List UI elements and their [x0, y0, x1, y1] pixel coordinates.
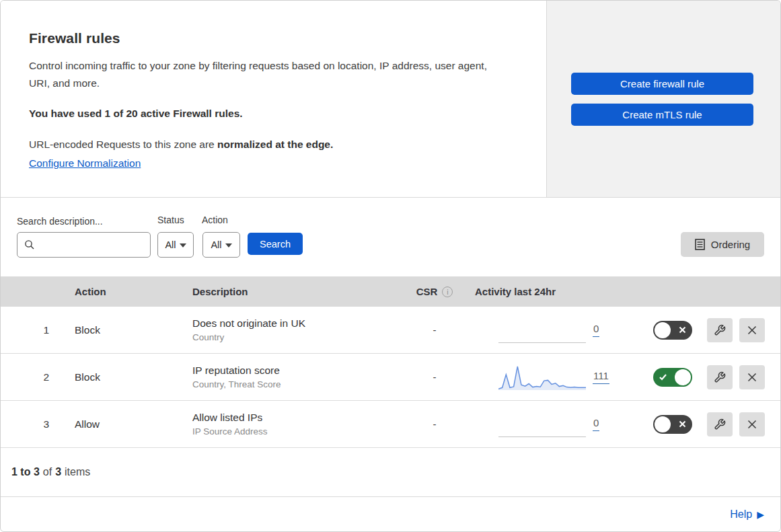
edit-rule-button[interactable] — [707, 412, 733, 436]
ordering-button-label: Ordering — [711, 239, 750, 250]
rule-fields: Country — [192, 332, 398, 342]
edit-rule-button[interactable] — [707, 365, 733, 389]
search-button[interactable]: Search — [248, 233, 303, 255]
rule-enabled-toggle[interactable] — [653, 321, 692, 340]
rule-description: Does not originate in UK — [192, 317, 398, 330]
table-row: 1 Block Does not originate in UK Country… — [1, 307, 780, 354]
edit-rule-button[interactable] — [707, 318, 733, 342]
rule-description: IP reputation score — [192, 365, 398, 377]
rule-description: Allow listed IPs — [192, 412, 398, 424]
status-filter-value: All — [165, 239, 176, 250]
search-description-label: Search description... — [17, 216, 103, 227]
rule-description-cell: Allow listed IPs IP Source Address — [179, 412, 398, 436]
rule-enabled-toggle[interactable] — [653, 368, 692, 387]
normalization-prefix: URL-encoded Requests to this zone are — [29, 139, 217, 150]
table-row: 3 Allow Allow listed IPs IP Source Addre… — [1, 401, 780, 448]
firewall-rules-card: Firewall rules Control incoming traffic … — [0, 0, 781, 532]
x-icon — [678, 420, 687, 428]
rule-csr-value: - — [433, 371, 437, 383]
activity-sparkline-flat — [498, 316, 586, 344]
help-link[interactable]: Help ▶ — [730, 508, 764, 521]
header-section: Firewall rules Control incoming traffic … — [1, 1, 780, 198]
search-input[interactable] — [39, 233, 161, 257]
rule-csr-value: - — [433, 324, 437, 336]
action-filter-dropdown[interactable]: All — [202, 232, 240, 258]
activity-column-header: Activity last 24hr — [472, 286, 593, 297]
ordering-list-icon — [695, 239, 705, 250]
of-text: of — [43, 466, 52, 478]
chevron-down-icon — [180, 243, 186, 248]
create-buttons-panel: Create firewall rule Create mTLS rule — [547, 1, 780, 197]
search-icon — [24, 239, 35, 250]
wrench-icon — [714, 418, 726, 430]
description-column-header: Description — [179, 286, 398, 297]
rules-table: Action Description CSR i Activity last 2… — [1, 276, 780, 448]
rule-action: Allow — [61, 418, 179, 430]
status-filter-label: Status — [157, 215, 184, 225]
x-icon — [747, 372, 757, 383]
action-filter-value: All — [211, 239, 221, 250]
activity-count-link[interactable]: 111 — [593, 370, 609, 384]
help-bar: Help ▶ — [1, 497, 780, 531]
filter-bar: Search description... Status All Action … — [1, 198, 780, 276]
action-filter-label: Action — [202, 215, 228, 225]
rule-fields: Country, Threat Score — [192, 379, 398, 389]
rule-priority: 1 — [43, 324, 61, 336]
rule-description-cell: IP reputation score Country, Threat Scor… — [179, 365, 398, 389]
items-total: 3 — [55, 466, 61, 478]
rule-description-cell: Does not originate in UK Country — [179, 317, 398, 342]
action-column-header: Action — [61, 286, 179, 297]
normalization-bold: normalized at the edge. — [217, 139, 333, 150]
table-header-row: Action Description CSR i Activity last 2… — [1, 276, 780, 307]
toggle-knob — [675, 369, 691, 385]
help-link-label: Help — [730, 508, 752, 521]
toggle-knob — [655, 322, 671, 338]
check-icon — [659, 373, 667, 381]
normalization-text: URL-encoded Requests to this zone are no… — [29, 139, 506, 151]
activity-count-link[interactable]: 0 — [593, 323, 599, 337]
items-text: items — [65, 466, 90, 478]
configure-normalization-link[interactable]: Configure Normalization — [29, 157, 141, 169]
activity-sparkline — [498, 363, 586, 391]
rule-priority: 2 — [43, 371, 61, 383]
chevron-down-icon — [225, 243, 232, 248]
wrench-icon — [714, 324, 726, 336]
rule-enabled-toggle[interactable] — [653, 415, 692, 434]
wrench-icon — [714, 371, 726, 383]
delete-rule-button[interactable] — [739, 412, 765, 436]
rule-action: Block — [61, 324, 179, 336]
activity-sparkline-flat — [498, 410, 586, 439]
rule-csr-value: - — [433, 418, 437, 430]
page-title: Firewall rules — [29, 30, 506, 46]
ordering-button[interactable]: Ordering — [681, 232, 764, 257]
x-icon — [678, 326, 687, 334]
arrow-right-icon: ▶ — [757, 509, 764, 520]
items-range: 1 to 3 — [11, 466, 40, 478]
page-description: Control incoming traffic to your zone by… — [29, 57, 506, 91]
rule-fields: IP Source Address — [192, 426, 398, 436]
csr-header-label: CSR — [416, 286, 438, 297]
create-mtls-rule-button[interactable]: Create mTLS rule — [571, 104, 753, 126]
activity-count-link[interactable]: 0 — [593, 417, 599, 431]
rule-priority: 3 — [43, 418, 61, 430]
status-filter-dropdown[interactable]: All — [157, 232, 194, 258]
create-firewall-rule-button[interactable]: Create firewall rule — [571, 73, 753, 95]
search-input-box[interactable] — [17, 232, 151, 258]
info-icon[interactable]: i — [442, 287, 453, 297]
csr-column-header: CSR i — [416, 286, 453, 297]
header-text-panel: Firewall rules Control incoming traffic … — [1, 1, 547, 197]
pagination-summary: 1 to 3 of 3 items — [1, 448, 780, 497]
table-row: 2 Block IP reputation score Country, Thr… — [1, 354, 780, 401]
toggle-knob — [655, 416, 671, 432]
delete-rule-button[interactable] — [739, 318, 765, 342]
usage-count-text: You have used 1 of 20 active Firewall ru… — [29, 108, 506, 120]
rule-action: Block — [61, 371, 179, 383]
delete-rule-button[interactable] — [739, 365, 765, 389]
x-icon — [747, 325, 757, 336]
x-icon — [747, 419, 757, 430]
